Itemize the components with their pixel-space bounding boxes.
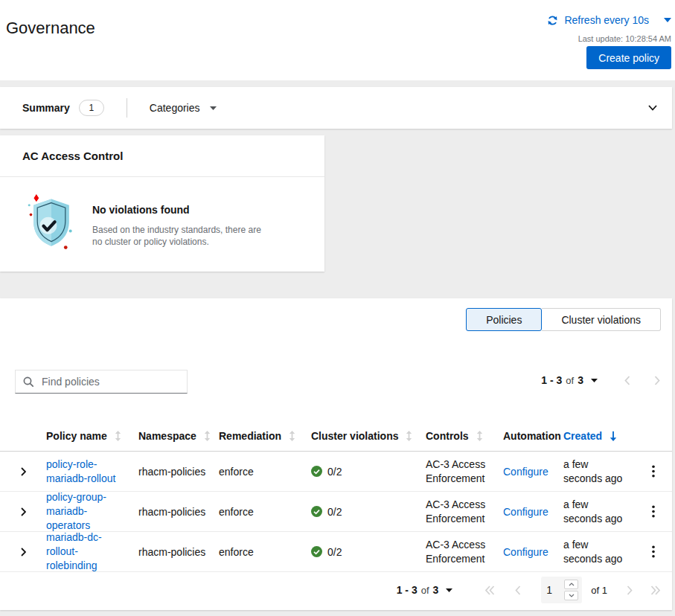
policy-name-link[interactable]: policy-group-mariadb-operators xyxy=(46,490,128,533)
ac-access-control-card: AC Access Control No violations found Ba… xyxy=(0,135,324,272)
pagination-range: 1 - 3 xyxy=(397,584,418,596)
refresh-label: Refresh every 10s xyxy=(564,14,649,26)
configure-automation-link[interactable]: Configure xyxy=(503,546,548,558)
refresh-dropdown[interactable]: Refresh every 10s xyxy=(547,14,671,26)
search-icon xyxy=(23,376,33,387)
bottom-pagination: 1 - 3 of 3 of 1 xyxy=(397,574,660,606)
total-pages-label: of 1 xyxy=(591,585,607,596)
check-circle-icon xyxy=(311,506,322,517)
policy-name-link[interactable]: mariadb-dc-rollout-rolebinding xyxy=(46,530,128,573)
expand-row-chevron-icon[interactable] xyxy=(21,548,46,556)
pagination-total: 3 xyxy=(433,584,439,596)
remediation-cell: enforce xyxy=(219,546,254,558)
categories-dropdown[interactable]: Categories xyxy=(150,102,217,114)
summary-label: Summary xyxy=(22,102,70,114)
column-automation: Automation xyxy=(503,430,563,442)
collapse-summary-chevron-icon[interactable] xyxy=(648,105,657,111)
policies-section: Policies Cluster violations 1 - 3 of 3 xyxy=(0,298,672,610)
sort-descending-icon xyxy=(610,431,617,441)
no-violations-description: Based on the industry standards, there a… xyxy=(92,224,271,248)
created-cell: a few seconds ago xyxy=(563,498,629,526)
sync-icon xyxy=(547,15,558,26)
namespace-cell: rhacm-policies xyxy=(138,506,205,518)
page-header: Governance Refresh every 10s Last update… xyxy=(0,0,675,80)
tab-policies[interactable]: Policies xyxy=(466,308,542,331)
namespace-cell: rhacm-policies xyxy=(138,546,205,558)
table-row: policy-group-mariadb-operators rhacm-pol… xyxy=(0,492,672,532)
controls-cell: AC-3 Access Enforcement xyxy=(426,498,494,526)
created-cell: a few seconds ago xyxy=(563,458,629,486)
check-circle-icon xyxy=(311,546,322,557)
column-controls[interactable]: Controls xyxy=(426,430,503,442)
table-row: mariadb-dc-rollout-rolebinding rhacm-pol… xyxy=(0,532,672,572)
sort-both-icon xyxy=(115,431,121,441)
pagination-range: 1 - 3 xyxy=(541,374,562,386)
summary-bar: Summary 1 Categories xyxy=(0,87,672,129)
column-remediation[interactable]: Remediation xyxy=(219,430,311,442)
controls-cell: AC-3 Access Enforcement xyxy=(426,538,494,566)
created-cell: a few seconds ago xyxy=(563,538,629,566)
current-page-widget xyxy=(541,577,582,603)
pagination-of-word: of xyxy=(421,585,429,596)
page-spinner xyxy=(564,580,578,600)
page-decrement-icon[interactable] xyxy=(564,591,578,600)
pagination-total: 3 xyxy=(578,374,583,386)
expand-row-chevron-icon[interactable] xyxy=(21,467,46,476)
shield-check-illustration xyxy=(27,193,76,254)
remediation-cell: enforce xyxy=(219,506,254,518)
sort-both-icon xyxy=(204,431,211,441)
sort-both-icon xyxy=(289,431,295,441)
view-toggle-group: Policies Cluster violations xyxy=(466,308,661,331)
summary-count-badge: 1 xyxy=(79,100,104,116)
policies-table: Policy name Namespace Remediation Cluste… xyxy=(0,420,672,572)
row-kebab-menu-icon[interactable] xyxy=(647,502,659,521)
search-input[interactable] xyxy=(15,370,188,394)
column-created-sorted[interactable]: Created xyxy=(563,430,634,442)
page-title: Governance xyxy=(6,19,95,38)
top-pagination: 1 - 3 of 3 xyxy=(541,374,660,386)
configure-automation-link[interactable]: Configure xyxy=(503,466,548,478)
prev-page-button[interactable] xyxy=(515,585,521,595)
row-kebab-menu-icon[interactable] xyxy=(647,542,659,561)
table-row: policy-role-mariadb-rollout rhacm-polici… xyxy=(0,452,672,492)
column-policy-name[interactable]: Policy name xyxy=(46,430,138,442)
column-namespace[interactable]: Namespace xyxy=(138,430,219,442)
next-page-button[interactable] xyxy=(627,585,633,595)
column-cluster-violations[interactable]: Cluster violations xyxy=(311,430,426,442)
prev-page-button[interactable] xyxy=(624,376,630,385)
last-page-button[interactable] xyxy=(650,585,660,595)
find-policies-field[interactable] xyxy=(40,375,177,388)
tab-cluster-violations[interactable]: Cluster violations xyxy=(542,308,661,331)
no-violations-title: No violations found xyxy=(92,204,271,216)
sort-both-icon xyxy=(406,431,412,441)
check-circle-icon xyxy=(311,466,322,477)
row-kebab-menu-icon[interactable] xyxy=(647,462,659,481)
policy-name-link[interactable]: policy-role-mariadb-rollout xyxy=(46,458,128,486)
configure-automation-link[interactable]: Configure xyxy=(503,506,548,518)
remediation-cell: enforce xyxy=(219,466,254,478)
next-page-button[interactable] xyxy=(654,376,660,385)
table-header-row: Policy name Namespace Remediation Cluste… xyxy=(0,420,672,452)
current-page-input[interactable] xyxy=(545,580,563,600)
create-policy-button[interactable]: Create policy xyxy=(586,46,671,69)
divider xyxy=(127,98,127,118)
card-title: AC Access Control xyxy=(0,135,324,177)
controls-cell: AC-3 Access Enforcement xyxy=(426,458,494,486)
violations-count: 0/2 xyxy=(327,506,342,518)
pagination-of-word: of xyxy=(566,375,574,386)
caret-down-icon xyxy=(210,106,217,110)
violations-count: 0/2 xyxy=(327,546,342,558)
sort-both-icon xyxy=(476,431,483,441)
first-page-button[interactable] xyxy=(485,585,495,595)
card-body: No violations found Based on the industr… xyxy=(0,177,324,254)
expand-row-chevron-icon[interactable] xyxy=(21,507,46,516)
last-update-text: Last update: 10:28:54 AM xyxy=(578,34,671,43)
pagination-menu-caret-icon[interactable] xyxy=(591,379,598,382)
namespace-cell: rhacm-policies xyxy=(138,466,205,478)
page-increment-icon[interactable] xyxy=(564,580,578,589)
categories-label: Categories xyxy=(150,102,200,114)
caret-down-icon[interactable] xyxy=(664,18,671,22)
violations-count: 0/2 xyxy=(327,466,342,478)
pagination-menu-caret-icon[interactable] xyxy=(446,588,452,592)
